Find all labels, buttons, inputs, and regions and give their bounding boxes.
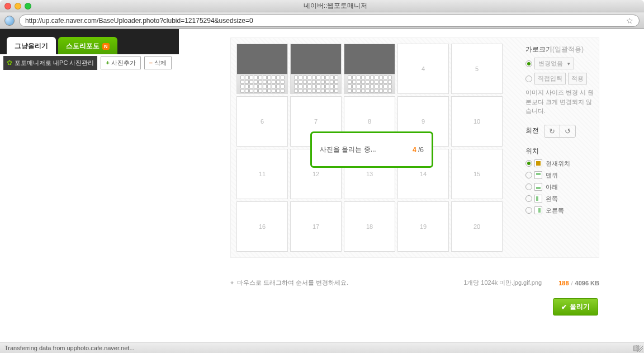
radio-pos-bottom[interactable]	[525, 183, 532, 190]
keyboard-thumb	[237, 74, 287, 93]
popup-count: 4 /6	[413, 146, 424, 154]
direct-input[interactable]: 직접입력	[534, 73, 566, 84]
keyboard-thumb	[291, 74, 341, 93]
new-badge: N	[102, 43, 110, 50]
used-size: 188	[558, 280, 569, 286]
rotate-ccw-icon[interactable]: ↺	[560, 125, 575, 137]
pos-top-label: 맨위	[546, 171, 558, 180]
thumb-slot[interactable]	[344, 44, 395, 94]
minimize-icon[interactable]	[15, 3, 21, 10]
slot-number: 15	[473, 171, 480, 177]
close-icon[interactable]	[4, 3, 11, 10]
upload-button[interactable]: ✔ 올리기	[553, 298, 598, 316]
drag-cursor-icon: ⌖	[230, 279, 234, 286]
pos-current-icon	[534, 159, 542, 167]
radio-pos-left[interactable]	[525, 195, 532, 202]
zoom-icon[interactable]	[25, 3, 31, 10]
thumb-slot[interactable]: 16	[236, 201, 288, 252]
resize-handle-icon[interactable]	[636, 345, 643, 352]
thumb-slot[interactable]: 11	[236, 149, 288, 199]
check-icon: ✔	[561, 303, 567, 311]
width-select[interactable]: 변경없음▾	[534, 58, 574, 69]
width-header: 가로크기(일괄적용)	[525, 45, 598, 54]
chevron-down-icon: ▾	[567, 61, 570, 67]
thumb-slot[interactable]: 20	[451, 201, 503, 252]
drag-hint: 마우스로 드래그하여 순서를 변경하세요.	[237, 279, 348, 287]
status-bar: Transferring data from upphoto.cafe.nave…	[0, 342, 644, 353]
size-note: 이미지 사이즈 변경 시 원본보다 크게 변경되지 않습니다.	[525, 88, 598, 116]
thumb-slot[interactable]: 19	[397, 201, 449, 252]
add-photo-label: 사진추가	[111, 59, 136, 67]
pos-bottom-icon	[534, 183, 542, 191]
radio-pos-current[interactable]	[525, 160, 532, 167]
bookmark-star-icon[interactable]: ☆	[626, 16, 633, 25]
pos-bottom[interactable]: 아래	[525, 183, 598, 191]
tab-story[interactable]: 스토리포토 N	[58, 37, 117, 54]
tab-upload[interactable]: 그냥올리기	[7, 37, 56, 54]
slot-number: 18	[366, 223, 373, 230]
pos-left-label: 왼쪽	[546, 195, 558, 203]
thumb-slot[interactable]: 10	[451, 96, 503, 147]
radio-pos-top[interactable]	[525, 172, 532, 178]
pos-left[interactable]: 왼쪽	[525, 195, 598, 203]
photo-manager-link[interactable]: ✿ 포토매니저로 내PC 사진관리	[3, 56, 97, 70]
plus-icon: +	[106, 59, 109, 66]
thumb-slot[interactable]	[290, 44, 342, 94]
thumb-image	[291, 44, 341, 74]
tab-upload-label: 그냥올리기	[15, 42, 48, 50]
width-direct-row[interactable]: 직접입력 적용	[525, 73, 598, 84]
thumb-slot[interactable]: 4	[397, 44, 449, 94]
radio-direct[interactable]	[525, 76, 532, 82]
thumb-image	[237, 44, 287, 74]
width-nochange-row[interactable]: 변경없음▾	[525, 58, 598, 69]
slot-number: 14	[420, 171, 427, 177]
thumb-slot[interactable]: 6	[236, 96, 288, 147]
pos-top[interactable]: 맨위	[525, 171, 598, 180]
slot-number: 9	[422, 118, 425, 125]
pos-current[interactable]: 현재위치	[525, 159, 598, 168]
rotate-section: 회전 ↻ ↺	[525, 125, 598, 138]
slot-number: 7	[314, 118, 318, 125]
popup-current: 4	[413, 146, 416, 154]
file-hint: 1개당 1024k 미만.jpg.gif.png	[463, 279, 542, 287]
slot-number: 8	[368, 118, 371, 125]
apply-button[interactable]: 적용	[568, 73, 587, 84]
thumb-slot[interactable]: 18	[344, 201, 395, 252]
thumb-slot[interactable]: 5	[451, 44, 503, 94]
max-size: 4096 KB	[575, 280, 599, 286]
radio-nochange[interactable]	[525, 60, 532, 67]
url-field[interactable]: http://up.cafe.naver.com/BaseUploader.ph…	[19, 15, 640, 27]
pos-right[interactable]: 오른쪽	[525, 206, 598, 215]
slot-number: 10	[473, 118, 480, 125]
pos-bottom-label: 아래	[546, 183, 558, 191]
url-bar: http://up.cafe.naver.com/BaseUploader.ph…	[0, 12, 644, 29]
thumb-image	[344, 44, 395, 74]
url-text: http://up.cafe.naver.com/BaseUploader.ph…	[25, 17, 253, 25]
globe-icon	[4, 16, 15, 26]
slot-number: 6	[261, 118, 264, 125]
rotate-buttons: ↻ ↺	[544, 125, 576, 138]
position-section: 위치 현재위치 맨위 아래 왼쪽 오른쪽	[525, 147, 598, 215]
slot-number: 13	[366, 171, 373, 177]
slot-number: 20	[473, 223, 480, 230]
slot-number: 16	[259, 223, 266, 230]
photo-manager-label: 포토매니저로 내PC 사진관리	[15, 59, 94, 67]
rotate-cw-icon[interactable]: ↻	[544, 125, 560, 137]
thumb-slot[interactable]	[236, 44, 288, 94]
delete-button[interactable]: – 삭제	[144, 57, 172, 69]
header-dark-strip: 그냥올리기 스토리포토 N	[0, 29, 179, 54]
slot-number: 17	[312, 223, 319, 230]
pos-current-label: 현재위치	[546, 159, 570, 168]
footer-bar: ⌖ 마우스로 드래그하여 순서를 변경하세요. 1개당 1024k 미만.jpg…	[230, 279, 599, 287]
tab-bar: 그냥올리기 스토리포토 N	[7, 37, 117, 54]
radio-pos-right[interactable]	[525, 207, 532, 214]
width-header-label: 가로크기	[525, 45, 552, 53]
slot-number: 5	[475, 65, 479, 72]
keyboard-thumb	[344, 74, 395, 93]
thumb-slot[interactable]: 15	[451, 149, 503, 199]
thumb-slot[interactable]: 17	[290, 201, 342, 252]
add-photo-button[interactable]: + 사진추가	[101, 57, 140, 69]
window-controls[interactable]	[4, 3, 31, 10]
window-title: 네이버::웹포토매니저	[31, 1, 640, 11]
sidebar: 가로크기(일괄적용) 변경없음▾ 직접입력 적용 이미지 사이즈 변경 시 원본…	[525, 45, 598, 224]
